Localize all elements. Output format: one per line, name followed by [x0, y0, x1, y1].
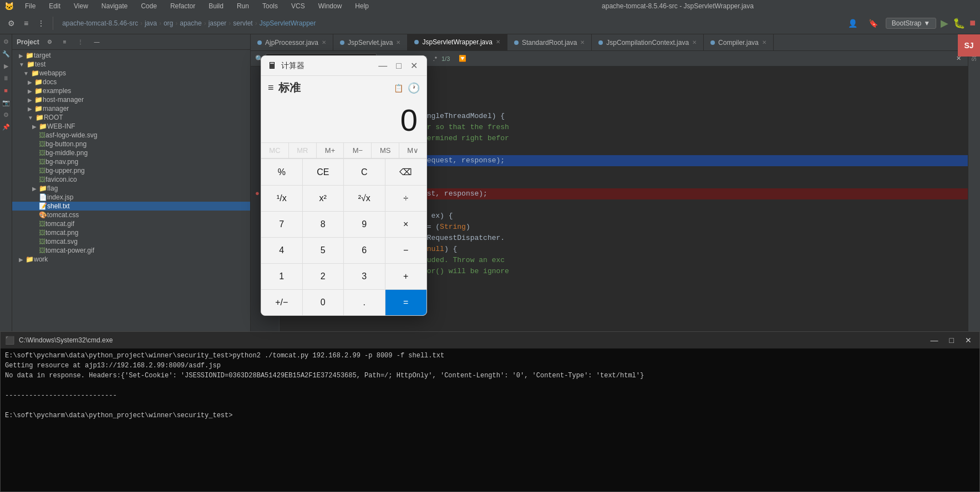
calc-btn-sub[interactable]: − — [385, 237, 427, 263]
tree-item-bg-middle[interactable]: ▶ 🖼 bg-middle.png — [12, 148, 250, 157]
calc-btn-backspace[interactable]: ⌫ — [385, 158, 427, 185]
tab-ajp[interactable]: AjpProcessor.java ✕ — [251, 34, 333, 51]
tree-item-tomcat-gif[interactable]: ▶ 🖼 tomcat.gif — [12, 219, 250, 228]
breadcrumb-servlet[interactable]: servlet — [233, 19, 252, 27]
left-icon-5[interactable]: ■ — [1, 85, 11, 95]
calc-mr-btn[interactable]: MR — [289, 143, 317, 158]
tab-jspcompilation[interactable]: JspCompilationContext.java ✕ — [592, 34, 704, 51]
calc-btn-posneg[interactable]: +/− — [261, 289, 303, 315]
calc-btn-dot[interactable]: . — [344, 289, 385, 315]
calc-btn-ce[interactable]: CE — [303, 158, 344, 185]
run-button[interactable]: ▶ — [941, 17, 948, 29]
calc-btn-9[interactable]: 9 — [344, 211, 385, 237]
cmd-minimize-btn[interactable]: — — [927, 336, 942, 345]
profile-btn[interactable]: 👤 — [845, 17, 861, 30]
calc-btn-eq[interactable]: = — [385, 289, 427, 315]
calc-btn-7[interactable]: 7 — [261, 211, 303, 237]
menu-file[interactable]: File — [23, 1, 38, 11]
breadcrumb-java[interactable]: java — [145, 19, 157, 27]
breadcrumb-root[interactable]: apache-tomcat-8.5.46-src — [62, 19, 138, 27]
tab-jspservlet[interactable]: JspServlet.java ✕ — [333, 34, 408, 51]
tab-close-jspservlet[interactable]: ✕ — [396, 39, 400, 45]
breadcrumb-current[interactable]: JspServletWrapper — [260, 19, 316, 27]
toolbar-project-btn[interactable]: ⚙ — [4, 17, 18, 30]
toolbar-btn-3[interactable]: ⋮ — [34, 17, 48, 30]
tab-close-standardroot[interactable]: ✕ — [580, 39, 585, 45]
calc-btn-8[interactable]: 8 — [303, 211, 344, 237]
toolbar-btn-2[interactable]: ≡ — [21, 17, 32, 30]
bootstrap-run-config[interactable]: BootStrap ▼ — [886, 18, 936, 29]
project-expand-btn[interactable]: ≡ — [60, 37, 70, 47]
calc-btn-add[interactable]: + — [385, 263, 427, 289]
tree-item-bg-upper[interactable]: ▶ 🖼 bg-upper.png — [12, 166, 250, 175]
calc-btn-1x[interactable]: ¹/x — [261, 185, 303, 211]
menu-refactor[interactable]: Refactor — [168, 1, 197, 11]
menu-window[interactable]: Window — [316, 1, 344, 11]
tree-item-bg-nav[interactable]: ▶ 🖼 bg-nav.png — [12, 157, 250, 166]
bookmark-btn[interactable]: 🔖 — [865, 17, 881, 30]
tab-jspservletwrapper[interactable]: JspServletWrapper.java ✕ — [408, 34, 507, 51]
tree-item-tomcat-css[interactable]: ▶ 🎨 tomcat.css — [12, 211, 250, 219]
calc-btn-sqrt[interactable]: ²√x — [344, 185, 385, 211]
calc-hamburger-icon[interactable]: ≡ — [268, 82, 274, 94]
calc-btn-5[interactable]: 5 — [303, 237, 344, 263]
calc-btn-6[interactable]: 6 — [344, 237, 385, 263]
menu-run[interactable]: Run — [235, 1, 251, 11]
tree-item-WEB-INF[interactable]: ▶ 📁 WEB-INF — [12, 122, 250, 131]
menu-help[interactable]: Help — [353, 1, 371, 11]
calc-maximize-btn[interactable]: □ — [394, 61, 404, 71]
cmd-restore-btn[interactable]: □ — [946, 336, 957, 345]
tree-item-tomcat-power[interactable]: ▶ 🖼 tomcat-power.gif — [12, 246, 250, 255]
left-icon-6[interactable]: 📷 — [1, 98, 11, 107]
menu-edit[interactable]: Edit — [47, 1, 63, 11]
breadcrumb-org[interactable]: org — [164, 19, 173, 27]
menu-code[interactable]: Code — [139, 1, 159, 11]
left-icon-2[interactable]: 🔧 — [1, 49, 11, 59]
left-icon-4[interactable]: ⏸ — [1, 73, 11, 83]
tree-item-test[interactable]: ▼ 📁 test — [12, 60, 250, 69]
calc-mplus-btn[interactable]: M+ — [317, 143, 344, 158]
calc-btn-x2[interactable]: x² — [303, 185, 344, 211]
cmd-close-btn[interactable]: ✕ — [962, 336, 975, 345]
breadcrumb-apache[interactable]: apache — [180, 19, 201, 27]
calc-mv-btn[interactable]: M∨ — [399, 143, 426, 158]
tree-item-examples[interactable]: ▶ 📁 examples — [12, 86, 250, 95]
search-filter-btn[interactable]: 🔽 — [456, 54, 469, 63]
calc-btn-percent[interactable]: % — [261, 158, 303, 185]
debug-button[interactable]: 🐛 — [953, 17, 965, 29]
tab-standardroot[interactable]: StandardRoot.java ✕ — [507, 34, 592, 51]
left-icon-7[interactable]: ⚙ — [1, 110, 11, 120]
tree-item-tomcat-png[interactable]: ▶ 🖼 tomcat.png — [12, 228, 250, 237]
left-icon-3[interactable]: ▶ — [1, 61, 11, 71]
tab-close-jspservletwrapper[interactable]: ✕ — [496, 39, 500, 45]
calc-mminus-btn[interactable]: M− — [344, 143, 372, 158]
calc-btn-c[interactable]: C — [344, 158, 385, 185]
tab-close-jspcompilation[interactable]: ✕ — [692, 39, 697, 45]
project-close-btn[interactable]: — — [91, 37, 103, 47]
project-settings-btn[interactable]: ⚙ — [44, 37, 55, 47]
tree-item-bg-button[interactable]: ▶ 🖼 bg-button.png — [12, 140, 250, 148]
calc-btn-0[interactable]: 0 — [303, 289, 344, 315]
calc-history-icon[interactable]: 🕐 — [408, 82, 420, 94]
menu-vcs[interactable]: VCS — [289, 1, 307, 11]
project-collapse-btn[interactable]: ⋮ — [74, 37, 87, 47]
tree-item-target[interactable]: ▶ 📁 target — [12, 51, 250, 60]
calc-btn-div[interactable]: ÷ — [385, 185, 427, 211]
tree-item-manager[interactable]: ▶ 📁 manager — [12, 104, 250, 113]
tree-item-favicon[interactable]: ▶ 🖼 favicon.ico — [12, 175, 250, 184]
menu-view[interactable]: View — [72, 1, 90, 11]
stop-button[interactable]: ■ — [969, 17, 976, 29]
tab-compiler[interactable]: Compiler.java ✕ — [704, 34, 774, 51]
tree-item-webapps[interactable]: ▼ 📁 webapps — [12, 69, 250, 78]
breadcrumb-jasper[interactable]: jasper — [209, 19, 227, 27]
calc-mc-btn[interactable]: MC — [261, 143, 289, 158]
calc-close-btn[interactable]: ✕ — [408, 60, 420, 71]
calc-btn-mul[interactable]: × — [385, 211, 427, 237]
tree-item-index-jsp[interactable]: ▶ 📄 index.jsp — [12, 193, 250, 202]
menu-tools[interactable]: Tools — [260, 1, 280, 11]
tree-item-shell-txt[interactable]: ▶ 📝 shell.txt — [12, 202, 250, 211]
tree-item-docs[interactable]: ▶ 📁 docs — [12, 78, 250, 86]
calc-btn-2[interactable]: 2 — [303, 263, 344, 289]
search-regex-btn[interactable]: .* — [431, 54, 439, 63]
left-icon-8[interactable]: 📌 — [1, 122, 11, 132]
